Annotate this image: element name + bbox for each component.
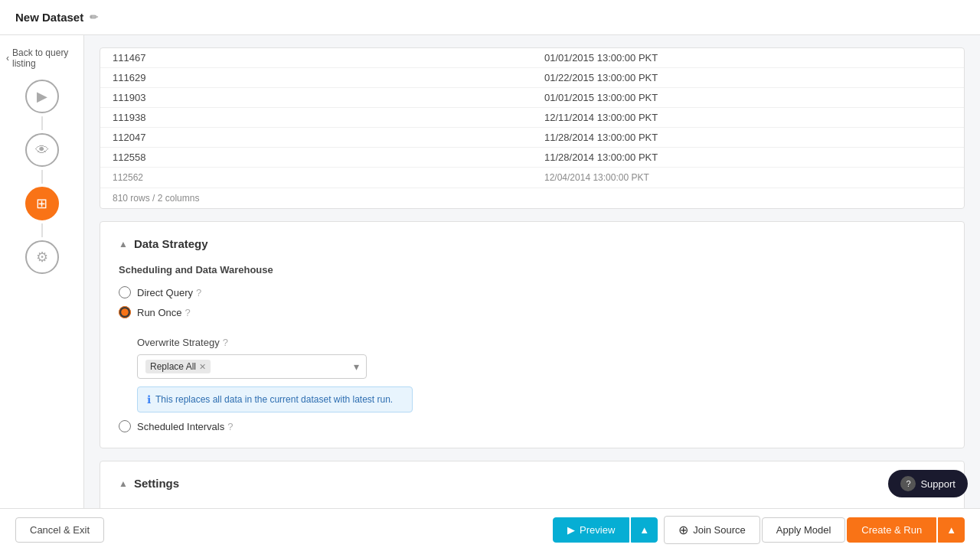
create-run-caret-icon: ▲ [946, 524, 956, 536]
overwrite-strategy-label: Overwrite Strategy ? [137, 337, 946, 348]
table-row: 112558 11/28/2014 13:00:00 PKT [100, 148, 964, 168]
cell-date: 12/11/2014 13:00:00 PKT [532, 108, 964, 128]
step-1-icon: ▶ [37, 88, 47, 105]
data-strategy-title: Data Strategy [134, 237, 208, 250]
apply-model-button[interactable]: Apply Model [762, 517, 846, 543]
info-text: This replaces all data in the current da… [155, 394, 393, 405]
scheduled-intervals-text: Scheduled Intervals [137, 421, 224, 432]
cell-date: 01/01/2015 13:00:00 PKT [532, 88, 964, 108]
step-connector-1 [41, 116, 43, 130]
top-bar: New Dataset ✏ [0, 0, 980, 35]
settings-card: ▲ Settings [100, 461, 965, 508]
cell-id: 111903 [100, 88, 532, 108]
cell-id: 112562 [100, 168, 532, 188]
direct-query-radio[interactable] [119, 286, 131, 298]
cancel-exit-button[interactable]: Cancel & Exit [15, 517, 104, 543]
page-title-container: New Dataset ✏ [15, 11, 98, 24]
table-row: 111903 01/01/2015 13:00:00 PKT [100, 88, 964, 108]
table-row: 112047 11/28/2014 13:00:00 PKT [100, 128, 964, 148]
play-icon: ▶ [567, 524, 575, 536]
table-row: 111467 01/01/2015 13:00:00 PKT [100, 48, 964, 68]
run-once-radio[interactable] [119, 306, 131, 318]
direct-query-help-icon[interactable]: ? [196, 287, 201, 298]
join-source-label: Join Source [693, 524, 746, 536]
table-footer: 810 rows / 2 columns [100, 187, 964, 208]
scheduling-radio-group: Direct Query ? Run Once ? [119, 286, 946, 432]
scheduled-intervals-label: Scheduled Intervals ? [137, 421, 233, 432]
apply-model-label: Apply Model [776, 524, 831, 536]
table-row: 112562 12/04/2014 13:00:00 PKT [100, 168, 964, 188]
direct-query-text: Direct Query [137, 287, 193, 298]
data-table-section: 111467 01/01/2015 13:00:00 PKT 111629 01… [100, 47, 965, 209]
cell-date: 12/04/2014 13:00:00 PKT [532, 168, 964, 188]
overwrite-help-icon[interactable]: ? [223, 337, 228, 348]
table-row: 111629 01/22/2015 13:00:00 PKT [100, 68, 964, 88]
direct-query-option[interactable]: Direct Query ? [119, 286, 946, 298]
data-strategy-body: Scheduling and Data Warehouse Direct Que… [119, 264, 946, 432]
run-once-text: Run Once [137, 307, 182, 318]
cell-date: 01/01/2015 13:00:00 PKT [532, 48, 964, 68]
selected-tag: Replace All ✕ [145, 360, 211, 373]
sidebar: ‹ Back to query listing ▶ 👁 ⊞ ⚙ [0, 35, 84, 508]
overwrite-label-text: Overwrite Strategy [137, 337, 220, 348]
overwrite-strategy-section: Overwrite Strategy ? Replace All ✕ ▾ [137, 337, 946, 412]
page-title: New Dataset [15, 11, 83, 24]
data-table: 111467 01/01/2015 13:00:00 PKT 111629 01… [100, 48, 964, 187]
cell-id: 111938 [100, 108, 532, 128]
preview-caret-icon: ▲ [639, 524, 649, 536]
cell-id: 111629 [100, 68, 532, 88]
collapse-icon[interactable]: ▲ [119, 239, 128, 249]
preview-caret-button[interactable]: ▲ [631, 517, 658, 543]
cell-id: 112047 [100, 128, 532, 148]
settings-header: ▲ Settings [119, 477, 946, 490]
overwrite-strategy-select-wrapper: Replace All ✕ ▾ [137, 354, 367, 379]
run-once-help-icon[interactable]: ? [185, 307, 191, 318]
step-3-icon: ⊞ [36, 195, 47, 212]
run-once-option[interactable]: Run Once ? [119, 306, 946, 318]
support-circle-icon: ? [900, 476, 916, 491]
cell-date: 11/28/2014 13:00:00 PKT [532, 128, 964, 148]
create-run-caret-button[interactable]: ▲ [938, 517, 965, 543]
tag-close-icon[interactable]: ✕ [199, 362, 206, 372]
scheduled-intervals-radio[interactable] [119, 420, 131, 432]
cell-id: 111467 [100, 48, 532, 68]
back-arrow-icon: ‹ [6, 53, 9, 64]
create-run-button[interactable]: Create & Run [847, 517, 936, 543]
step-connector-3 [41, 223, 43, 237]
data-strategy-card: ▲ Data Strategy Scheduling and Data Ware… [100, 221, 965, 448]
back-link[interactable]: ‹ Back to query listing [0, 47, 83, 69]
selected-tag-text: Replace All [150, 361, 196, 372]
support-label: Support [920, 478, 956, 490]
step-icon-4[interactable]: ⚙ [25, 240, 59, 274]
join-source-button[interactable]: ⊕ Join Source [664, 516, 760, 544]
step-4-icon: ⚙ [36, 249, 48, 266]
table-row: 111938 12/11/2014 13:00:00 PKT [100, 108, 964, 128]
preview-button[interactable]: ▶ Preview [553, 517, 629, 543]
step-2-icon: 👁 [35, 142, 49, 158]
cell-date: 11/28/2014 13:00:00 PKT [532, 148, 964, 168]
info-icon: ℹ [147, 393, 151, 406]
data-strategy-header: ▲ Data Strategy [119, 237, 946, 250]
scheduled-intervals-help-icon[interactable]: ? [227, 421, 233, 432]
overwrite-strategy-select[interactable]: Replace All ✕ [137, 354, 367, 379]
create-run-label: Create & Run [861, 524, 922, 536]
subsection-title: Scheduling and Data Warehouse [119, 264, 946, 276]
run-once-label: Run Once ? [137, 307, 191, 318]
settings-title: Settings [134, 477, 179, 490]
settings-collapse-icon[interactable]: ▲ [119, 478, 128, 489]
info-banner: ℹ This replaces all data in the current … [137, 386, 413, 412]
back-link-label: Back to query listing [12, 47, 77, 69]
bottom-bar: Cancel & Exit ▶ Preview ▲ ⊕ Join Source … [0, 508, 980, 551]
step-icon-3[interactable]: ⊞ [25, 187, 59, 220]
step-icon-2[interactable]: 👁 [25, 133, 59, 167]
step-icon-1[interactable]: ▶ [25, 80, 59, 113]
main-content: 111467 01/01/2015 13:00:00 PKT 111629 01… [84, 35, 980, 508]
edit-title-icon[interactable]: ✏ [90, 11, 98, 23]
direct-query-label: Direct Query ? [137, 287, 201, 298]
cell-date: 01/22/2015 13:00:00 PKT [532, 68, 964, 88]
preview-label: Preview [580, 524, 615, 536]
cell-id: 112558 [100, 148, 532, 168]
plus-icon: ⊕ [678, 523, 688, 537]
scheduled-intervals-option[interactable]: Scheduled Intervals ? [119, 420, 946, 432]
support-button[interactable]: ? Support [888, 470, 968, 497]
